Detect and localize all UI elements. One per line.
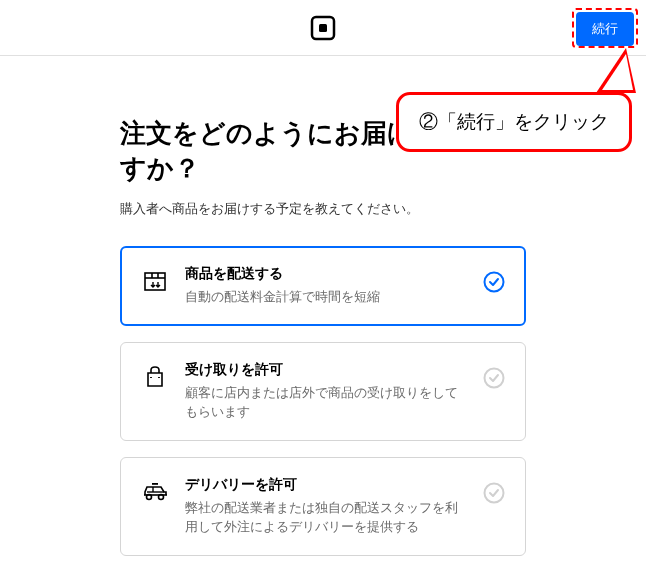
- option-text: 商品を配送する 自動の配送料金計算で時間を短縮: [185, 265, 467, 307]
- svg-point-14: [159, 494, 164, 499]
- option-text: デリバリーを許可 弊社の配送業者または独自の配送スタッフを利用して外注によるデリ…: [185, 476, 467, 537]
- option-title: 受け取りを許可: [185, 361, 467, 379]
- square-logo: [310, 15, 336, 41]
- option-delivery[interactable]: デリバリーを許可 弊社の配送業者または独自の配送スタッフを利用して外注によるデリ…: [120, 457, 526, 556]
- check-selected-icon: [483, 271, 505, 293]
- option-pickup[interactable]: 受け取りを許可 顧客に店内または店外で商品の受け取りをしてもらいます: [120, 342, 526, 441]
- svg-point-18: [485, 483, 504, 502]
- option-title: デリバリーを許可: [185, 476, 467, 494]
- option-title: 商品を配送する: [185, 265, 467, 283]
- box-icon: [141, 267, 169, 295]
- bag-icon: [141, 363, 169, 391]
- svg-rect-4: [145, 273, 165, 290]
- continue-button[interactable]: 続行: [576, 12, 634, 46]
- svg-point-13: [147, 494, 152, 499]
- svg-point-8: [485, 273, 504, 292]
- svg-point-11: [485, 368, 504, 387]
- check-unselected-icon: [483, 367, 505, 389]
- option-none[interactable]: 該当するものがない: [120, 572, 526, 579]
- option-description: 顧客に店内または店外で商品の受け取りをしてもらいます: [185, 383, 467, 422]
- option-description: 自動の配送料金計算で時間を短縮: [185, 287, 467, 307]
- svg-rect-17: [152, 483, 158, 485]
- option-shipping[interactable]: 商品を配送する 自動の配送料金計算で時間を短縮: [120, 246, 526, 326]
- annotation-callout: ②「続行」をクリック: [396, 92, 632, 152]
- app-header: 続行: [0, 0, 646, 56]
- option-description: 弊社の配送業者または独自の配送スタッフを利用して外注によるデリバリーを提供する: [185, 498, 467, 537]
- page-subtitle: 購入者へ商品をお届けする予定を教えてください。: [120, 200, 526, 218]
- option-text: 受け取りを許可 顧客に店内または店外で商品の受け取りをしてもらいます: [185, 361, 467, 422]
- car-icon: [141, 478, 169, 506]
- check-unselected-icon: [483, 482, 505, 504]
- svg-rect-1: [319, 24, 327, 32]
